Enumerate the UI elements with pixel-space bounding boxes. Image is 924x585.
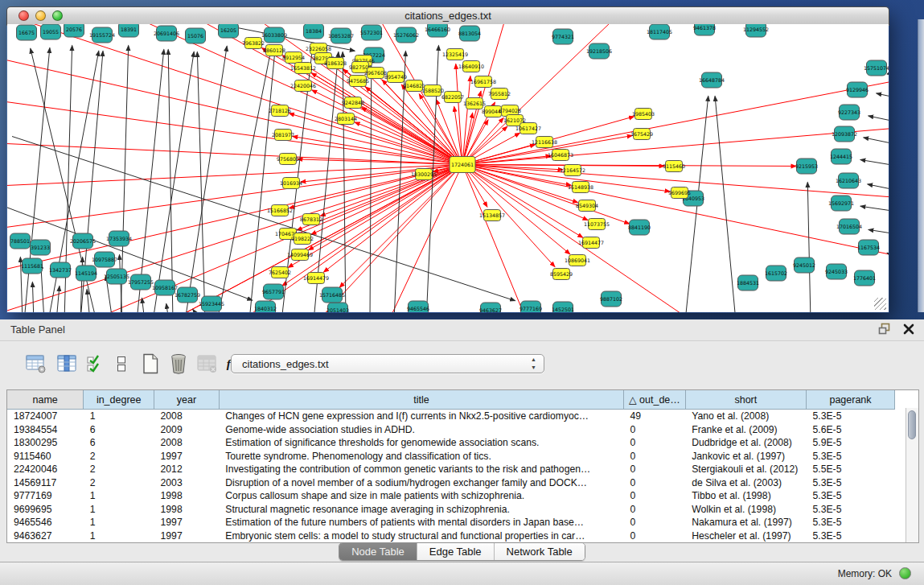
- table-cell[interactable]: de Silva et al. (2003): [685, 476, 806, 490]
- table-cell[interactable]: Stergiakouli et al. (2012): [685, 463, 806, 476]
- column-header-name[interactable]: name: [7, 390, 84, 410]
- table-cell[interactable]: 0: [624, 436, 686, 450]
- network-node-teal[interactable]: 18391: [119, 24, 139, 37]
- network-node-yellow[interactable]: 9475685: [347, 76, 369, 87]
- table-scrollbar[interactable]: [906, 408, 918, 542]
- table-cell[interactable]: 0: [624, 476, 686, 490]
- network-node-yellow[interactable]: 12164572: [560, 165, 585, 176]
- table-cell[interactable]: Tourette syndrome. Phenomenology and cla…: [219, 450, 623, 463]
- table-cell[interactable]: 1998: [154, 503, 220, 517]
- network-node-teal[interactable]: 17957255: [128, 274, 154, 290]
- table-cell[interactable]: 0: [624, 503, 686, 517]
- table-cell[interactable]: 0: [624, 423, 686, 437]
- network-node-yellow[interactable]: 1016934: [280, 178, 302, 189]
- network-node-yellow[interactable]: 8595429: [550, 269, 573, 280]
- table-cell[interactable]: Wolkin et al. (1998): [685, 503, 806, 517]
- citation-network-canvas[interactable]: 1667519055205761915572418391206914061507…: [7, 24, 889, 312]
- network-node-teal[interactable]: 16648784: [699, 72, 725, 88]
- table-cell[interactable]: 0: [624, 463, 686, 476]
- network-node-yellow[interactable]: 9115460: [663, 161, 685, 172]
- table-cell[interactable]: 5.5E-5: [807, 463, 895, 476]
- scrollbar-thumb[interactable]: [908, 410, 916, 439]
- network-node-teal[interactable]: 9774321: [552, 29, 574, 44]
- network-node-teal[interactable]: 9245033: [825, 264, 848, 279]
- network-node-teal[interactable]: 12093872: [832, 126, 857, 142]
- network-node-yellow[interactable]: 8678312: [300, 214, 322, 225]
- table-cell[interactable]: 2012: [154, 463, 220, 476]
- network-node-teal[interactable]: 16205: [219, 24, 239, 38]
- memory-ok-indicator[interactable]: [899, 567, 911, 579]
- window-resize-grip[interactable]: [874, 298, 886, 310]
- table-cell[interactable]: 9777169: [7, 489, 84, 503]
- table-row[interactable]: 946362711997Embryonic stem cells: a mode…: [7, 529, 895, 543]
- network-node-yellow[interactable]: 7955812: [488, 89, 511, 100]
- table-cell[interactable]: 1997: [154, 516, 220, 529]
- network-node-teal[interactable]: 15716485: [319, 287, 345, 303]
- network-node-teal[interactable]: 1776401: [853, 270, 876, 286]
- table-cell[interactable]: 1: [84, 503, 154, 517]
- table-cell[interactable]: 2008: [154, 410, 220, 423]
- table-cell[interactable]: 49: [624, 410, 686, 423]
- network-node-teal[interactable]: 1452501: [552, 302, 574, 312]
- table-cell[interactable]: 9699695: [7, 503, 84, 517]
- network-node-yellow[interactable]: 9198222: [291, 233, 314, 245]
- table-cell[interactable]: 1: [84, 529, 154, 543]
- table-cell[interactable]: Corpus callosum shape and size in male p…: [219, 489, 623, 503]
- table-cell[interactable]: 18300295: [7, 436, 84, 450]
- network-node-teal[interactable]: 9465546: [407, 301, 429, 312]
- network-node-teal[interactable]: 1840312: [254, 301, 277, 312]
- table-cell[interactable]: Changes of HCN gene expression and I(f) …: [219, 410, 623, 423]
- network-node-teal[interactable]: 1342737: [49, 262, 72, 278]
- table-cell[interactable]: 5.3E-5: [807, 410, 895, 423]
- network-node-teal[interactable]: 9463627: [479, 303, 502, 312]
- table-cell[interactable]: 2008: [154, 436, 220, 450]
- table-row[interactable]: 2242004622012Investigating the contribut…: [7, 463, 895, 476]
- network-node-teal[interactable]: 15923445: [199, 296, 224, 311]
- network-node-teal[interactable]: 391233: [31, 240, 51, 255]
- column-header-in_degree[interactable]: in_degree: [84, 390, 154, 410]
- table-cell[interactable]: 5.3E-5: [807, 450, 895, 463]
- network-node-yellow[interactable]: 9756801: [277, 154, 299, 165]
- table-row[interactable]: 1938455462009Genome-wide association stu…: [7, 423, 895, 437]
- network-node-yellow[interactable]: 2081977: [272, 130, 294, 141]
- network-node-teal[interactable]: 19155724: [89, 27, 115, 43]
- table-cell[interactable]: 2003: [154, 476, 220, 490]
- network-node-teal[interactable]: 10975887: [92, 252, 117, 267]
- network-node-yellow[interactable]: 8954749: [384, 72, 407, 83]
- table-cell[interactable]: 1997: [154, 450, 220, 463]
- table-cell[interactable]: Franke et al. (2009): [685, 423, 806, 437]
- table-cell[interactable]: 5.6E-5: [807, 423, 895, 437]
- network-node-teal[interactable]: 9461378: [693, 24, 716, 35]
- network-node-yellow[interactable]: 16046873: [548, 150, 573, 161]
- network-node-teal[interactable]: 9215953: [795, 159, 818, 174]
- network-node-yellow[interactable]: 8549304: [576, 200, 598, 212]
- table-cell[interactable]: Genome-wide association studies in ADHD.: [219, 423, 623, 437]
- network-node-yellow[interactable]: 2967608: [364, 68, 387, 79]
- network-node-yellow[interactable]: 6822057: [441, 92, 464, 103]
- network-node-yellow[interactable]: 9699695: [668, 187, 691, 199]
- column-header-title[interactable]: title: [219, 390, 623, 410]
- network-window-titlebar[interactable]: citations_edges.txt: [6, 6, 889, 26]
- column-header-short[interactable]: short: [685, 390, 806, 410]
- network-node-yellow[interactable]: 9242848: [342, 97, 364, 109]
- network-node-teal[interactable]: 15276062: [393, 27, 419, 43]
- table-cell[interactable]: Hescheler et al. (1997): [685, 529, 806, 543]
- network-node-yellow[interactable]: 7625402: [269, 267, 291, 278]
- network-node-yellow[interactable]: 8186328: [324, 58, 347, 69]
- network-node-yellow[interactable]: 12116638: [532, 137, 557, 148]
- table-cell[interactable]: 1997: [154, 529, 220, 543]
- table-cell[interactable]: 5.3E-5: [807, 516, 895, 529]
- table-cell[interactable]: 5.3E-5: [807, 529, 895, 543]
- network-node-yellow[interactable]: 2803144: [335, 113, 357, 125]
- table-cell[interactable]: 1: [84, 489, 154, 503]
- network-node-teal[interactable]: 1115681: [21, 258, 43, 274]
- table-cell[interactable]: Investigating the contribution of common…: [219, 463, 623, 476]
- table-row[interactable]: 977716911998Corpus callosum shape and si…: [7, 489, 895, 503]
- network-node-teal[interactable]: 9777169: [519, 301, 542, 312]
- table-row[interactable]: 969969511998Structural magnetic resonanc…: [7, 503, 895, 517]
- table-cell[interactable]: Embryonic stem cells: a model to study s…: [219, 529, 623, 543]
- table-cell[interactable]: Estimation of significance thresholds fo…: [219, 436, 623, 450]
- table-cell[interactable]: 14569117: [7, 476, 84, 490]
- network-node-teal[interactable]: 16033809: [261, 27, 287, 43]
- network-node-teal[interactable]: 16466160: [425, 24, 450, 37]
